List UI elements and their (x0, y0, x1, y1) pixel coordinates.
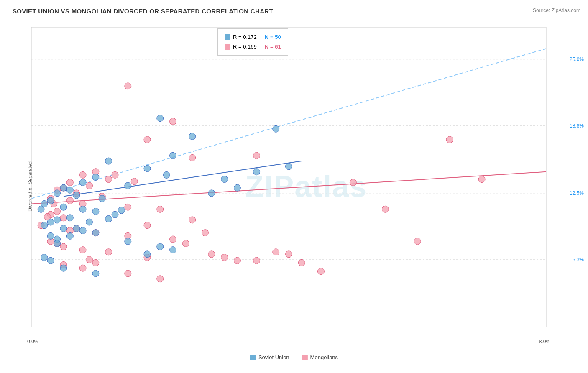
svg-point-10 (144, 136, 151, 143)
svg-point-8 (125, 83, 131, 89)
svg-point-112 (73, 225, 80, 232)
svg-point-79 (60, 184, 67, 191)
svg-point-68 (298, 259, 305, 266)
svg-point-101 (221, 176, 228, 183)
svg-point-48 (125, 270, 131, 277)
svg-point-57 (157, 276, 164, 282)
svg-point-42 (208, 251, 215, 258)
source-label: Source: ZipAtlas.com (533, 8, 580, 13)
svg-point-43 (221, 254, 228, 261)
svg-point-55 (478, 176, 485, 183)
svg-point-61 (202, 230, 208, 236)
svg-point-92 (47, 219, 54, 225)
soviet-union-label: Soviet Union (258, 354, 289, 360)
svg-point-80 (66, 186, 73, 193)
svg-point-109 (92, 270, 99, 277)
svg-point-102 (253, 169, 260, 175)
svg-point-103 (286, 163, 292, 170)
svg-point-31 (144, 222, 151, 229)
svg-point-86 (60, 204, 67, 210)
svg-point-14 (79, 171, 86, 178)
svg-point-36 (170, 236, 176, 243)
svg-point-115 (118, 207, 125, 214)
svg-point-113 (86, 219, 92, 225)
svg-point-93 (41, 222, 48, 229)
svg-point-51 (382, 206, 389, 212)
svg-point-110 (54, 240, 61, 247)
svg-point-26 (157, 206, 164, 212)
svg-point-105 (47, 257, 54, 264)
svg-point-106 (144, 251, 151, 258)
svg-point-100 (157, 243, 164, 250)
svg-point-47 (79, 265, 86, 271)
svg-point-9 (170, 118, 176, 125)
soviet-union-swatch (250, 355, 256, 360)
svg-point-114 (105, 215, 112, 222)
y-tick-label: 12.5% (570, 190, 584, 196)
svg-point-52 (414, 238, 421, 245)
svg-point-16 (66, 179, 73, 186)
svg-point-78 (125, 182, 131, 189)
legend-soviet-union: Soviet Union (250, 354, 289, 360)
svg-point-107 (170, 247, 176, 253)
y-tick-label: 25.0% (570, 56, 584, 62)
chart-title: SOVIET UNION VS MONGOLIAN DIVORCED OR SE… (13, 8, 273, 15)
svg-point-104 (41, 254, 48, 261)
svg-point-49 (317, 268, 324, 275)
mongolians-swatch (302, 355, 308, 360)
bottom-legend: Soviet Union Mongolians (250, 354, 338, 360)
scatter-plot (27, 23, 550, 331)
y-tick-label: 6.3% (573, 257, 584, 263)
svg-point-111 (66, 232, 73, 239)
svg-point-70 (189, 133, 196, 140)
svg-point-15 (105, 176, 112, 183)
svg-point-44 (253, 257, 260, 264)
x-axis-labels: 0.0% 8.0% (27, 339, 550, 345)
svg-point-77 (79, 179, 86, 186)
svg-point-96 (92, 230, 99, 236)
svg-point-54 (286, 251, 292, 258)
svg-point-99 (125, 238, 131, 245)
svg-point-40 (79, 247, 86, 253)
svg-point-45 (92, 259, 99, 266)
svg-point-87 (79, 206, 86, 212)
svg-point-73 (170, 152, 176, 159)
svg-point-50 (350, 179, 356, 186)
svg-point-53 (446, 136, 453, 143)
svg-point-11 (253, 152, 260, 159)
svg-point-23 (66, 197, 73, 204)
svg-point-83 (99, 195, 105, 202)
y-tick-label: 18.8% (570, 123, 584, 129)
svg-point-118 (38, 206, 44, 212)
svg-point-82 (73, 192, 80, 199)
svg-point-88 (92, 208, 99, 215)
svg-point-84 (47, 197, 54, 204)
svg-point-17 (86, 182, 92, 189)
svg-point-91 (54, 217, 61, 223)
svg-point-108 (60, 265, 67, 271)
svg-point-65 (112, 171, 118, 178)
svg-point-94 (60, 225, 67, 232)
svg-point-69 (163, 171, 170, 178)
svg-point-41 (105, 249, 112, 255)
svg-point-72 (273, 125, 279, 132)
svg-point-71 (157, 115, 164, 122)
svg-point-75 (144, 165, 151, 172)
svg-point-81 (54, 190, 61, 197)
svg-point-97 (47, 232, 54, 239)
svg-point-74 (105, 158, 112, 164)
svg-point-58 (273, 249, 279, 255)
svg-point-25 (125, 204, 131, 210)
svg-point-67 (182, 240, 189, 247)
svg-point-56 (234, 257, 240, 264)
svg-point-12 (189, 154, 196, 161)
svg-point-60 (86, 256, 92, 263)
svg-point-117 (234, 184, 240, 191)
svg-point-30 (189, 217, 196, 223)
mongolians-label: Mongolians (310, 354, 338, 360)
svg-point-76 (92, 174, 99, 181)
svg-point-66 (131, 178, 138, 185)
svg-point-29 (60, 215, 67, 221)
svg-point-116 (208, 190, 215, 197)
legend-mongolians: Mongolians (302, 354, 338, 360)
